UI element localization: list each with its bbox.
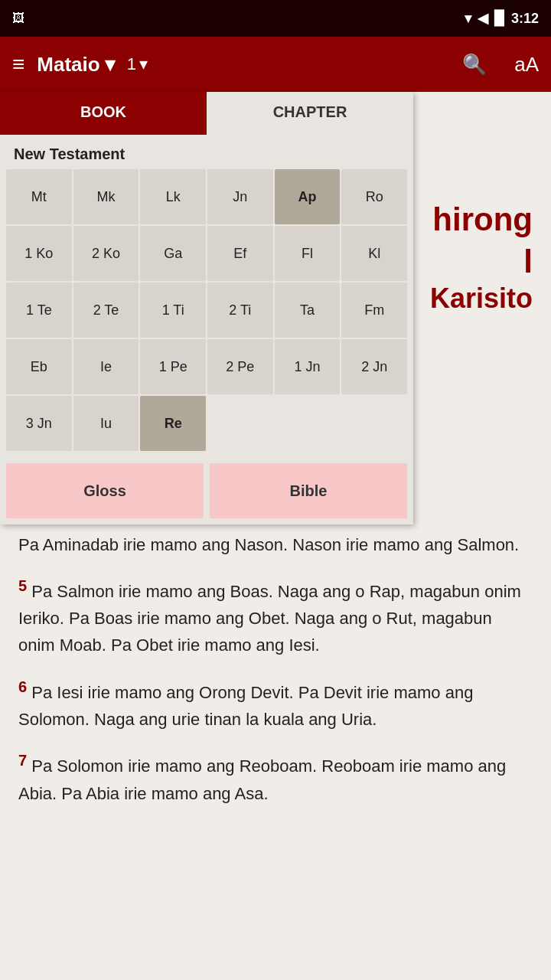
tab-row: BOOK CHAPTER xyxy=(0,92,413,135)
book-cell-Ef[interactable]: Ef xyxy=(207,226,273,281)
wifi-icon: ▾ xyxy=(465,10,471,27)
book-cell-2 Pe[interactable]: 2 Pe xyxy=(207,339,273,394)
book-cell-1 Ti[interactable]: 1 Ti xyxy=(140,283,206,338)
verse-6-text: Pa Iesi irie mamo ang Orong Devit. Pa De… xyxy=(18,683,473,729)
book-cell-Mt[interactable]: Mt xyxy=(6,169,72,224)
chapter-dropdown-icon: ▾ xyxy=(139,54,148,74)
book-cell-Fl[interactable]: Fl xyxy=(275,226,341,281)
search-icon[interactable]: 🔍 xyxy=(462,53,487,77)
book-cell-Eb[interactable]: Eb xyxy=(6,339,72,394)
battery-icon: ▉ xyxy=(494,10,505,27)
book-dropdown-icon: ▾ xyxy=(105,53,115,77)
dropdown-panel: BOOK CHAPTER New Testament MtMkLkJnApRo1… xyxy=(0,92,413,524)
book-cell-Ap[interactable]: Ap xyxy=(275,169,341,224)
toolbar: ≡ Mataio ▾ 1 ▾ 🔍 aA xyxy=(0,37,551,92)
book-cell-Iu[interactable]: Iu xyxy=(73,396,139,451)
book-cell-1 Jn[interactable]: 1 Jn xyxy=(275,339,341,394)
book-cell-2 Ko[interactable]: 2 Ko xyxy=(73,226,139,281)
status-bar-left: 🖼 xyxy=(12,11,24,25)
bottom-buttons: Gloss Bible xyxy=(0,457,413,524)
bible-button[interactable]: Bible xyxy=(210,463,407,518)
book-cell-Lk[interactable]: Lk xyxy=(140,169,206,224)
book-cell-Ga[interactable]: Ga xyxy=(140,226,206,281)
menu-icon[interactable]: ≡ xyxy=(12,52,24,77)
verse-6: 6 Pa Iesi irie mamo ang Orong Devit. Pa … xyxy=(18,675,533,733)
book-cell-2 Jn[interactable]: 2 Jn xyxy=(341,339,407,394)
verse-6-num: 6 xyxy=(18,678,27,695)
book-cell-Fm[interactable]: Fm xyxy=(341,283,407,338)
book-cell-27 xyxy=(207,396,273,451)
signal-icon: ◀ xyxy=(478,10,488,27)
book-cell-Ie[interactable]: Ie xyxy=(73,339,139,394)
book-cell-Re[interactable]: Re xyxy=(140,396,206,451)
book-cell-1 Pe[interactable]: 1 Pe xyxy=(140,339,206,394)
font-size-icon[interactable]: aA xyxy=(514,53,539,77)
verse-5-num: 5 xyxy=(18,577,27,594)
verse-7-num: 7 xyxy=(18,752,27,769)
book-cell-29 xyxy=(341,396,407,451)
tab-book[interactable]: BOOK xyxy=(0,92,207,135)
verse-7-text: Pa Solomon irie mamo ang Reoboam. Reoboa… xyxy=(18,757,506,803)
book-cell-Kl[interactable]: Kl xyxy=(341,226,407,281)
book-cell-Ro[interactable]: Ro xyxy=(341,169,407,224)
book-cell-2 Ti[interactable]: 2 Ti xyxy=(207,283,273,338)
book-cell-Mk[interactable]: Mk xyxy=(73,169,139,224)
gloss-button[interactable]: Gloss xyxy=(6,463,204,518)
book-cell-Jn[interactable]: Jn xyxy=(207,169,273,224)
book-title: Mataio xyxy=(37,53,99,77)
book-cell-1 Te[interactable]: 1 Te xyxy=(6,283,72,338)
testament-label: New Testament xyxy=(0,135,413,169)
verse-5: 5 Pa Salmon irie mamo ang Boas. Naga ang… xyxy=(18,573,533,659)
book-cell-Ta[interactable]: Ta xyxy=(275,283,341,338)
chapter-group[interactable]: 1 ▾ xyxy=(127,54,148,74)
status-bar-right: ▾ ◀ ▉ 3:12 xyxy=(465,10,539,27)
verse-5-text: Pa Salmon irie mamo ang Boas. Naga ang o… xyxy=(18,582,521,655)
book-title-group[interactable]: Mataio ▾ xyxy=(37,53,114,77)
book-cell-3 Jn[interactable]: 3 Jn xyxy=(6,396,72,451)
chapter-number: 1 xyxy=(127,54,136,74)
verse-7: 7 Pa Solomon irie mamo ang Reoboam. Reob… xyxy=(18,748,533,807)
book-cell-1 Ko[interactable]: 1 Ko xyxy=(6,226,72,281)
book-grid: MtMkLkJnApRo1 Ko2 KoGaEfFlKl1 Te2 Te1 Ti… xyxy=(0,169,413,457)
clock: 3:12 xyxy=(511,11,539,27)
image-icon: 🖼 xyxy=(12,11,24,25)
tab-chapter[interactable]: CHAPTER xyxy=(207,92,413,135)
book-cell-2 Te[interactable]: 2 Te xyxy=(73,283,139,338)
book-cell-28 xyxy=(275,396,341,451)
status-bar: 🖼 ▾ ◀ ▉ 3:12 xyxy=(0,0,551,37)
